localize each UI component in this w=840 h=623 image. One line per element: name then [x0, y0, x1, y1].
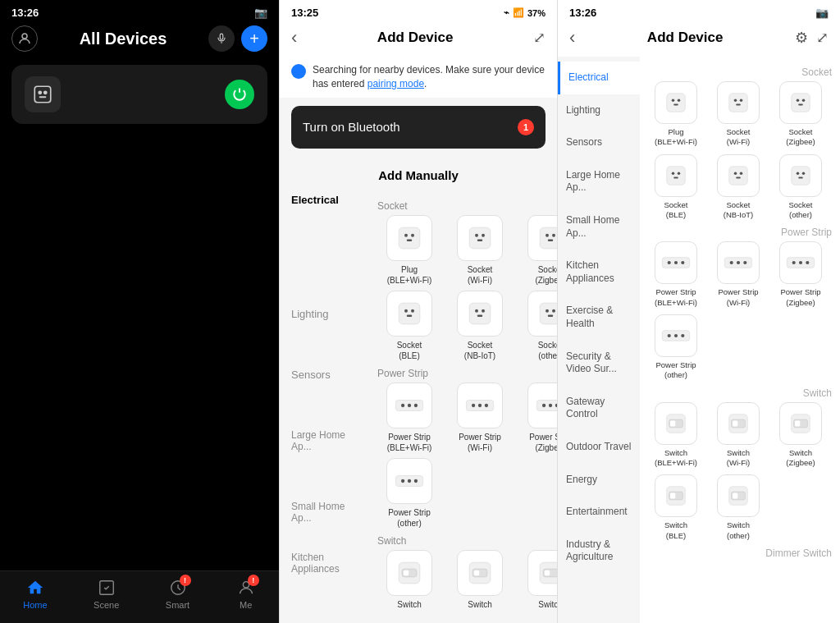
plug-ble-wifi[interactable]: Plug(BLE+Wi-Fi) [377, 215, 441, 286]
bluetooth-badge: 1 [518, 119, 534, 135]
svg-point-5 [44, 91, 47, 94]
search-info: Searching for nearby devices. Make sure … [280, 57, 557, 98]
switch-wifi-p2[interactable]: Switch [448, 550, 512, 610]
svg-rect-113 [733, 493, 737, 499]
svg-point-49 [414, 479, 418, 482]
svg-point-72 [672, 172, 675, 175]
nav-me[interactable]: ! Me [236, 578, 256, 610]
svg-point-44 [549, 403, 552, 406]
mic-button[interactable] [208, 25, 235, 52]
svg-rect-107 [795, 420, 800, 426]
power-button[interactable] [225, 80, 254, 109]
add-device-title-3: Add Device [647, 30, 724, 46]
avatar[interactable] [11, 25, 38, 52]
socket-zigbee[interactable]: Socket(Zigbee) [518, 215, 557, 286]
status-icons-2: ⌁ 📶 37% [504, 7, 546, 18]
sidebar-small-home[interactable]: Small Home Ap... [558, 204, 640, 250]
strip-ble-wifi[interactable]: Power Strip(BLE+Wi-Fi) [377, 383, 441, 453]
battery-status: 37% [527, 8, 546, 18]
nav-home[interactable]: Home [23, 578, 47, 610]
sidebar-sensors[interactable]: Sensors [558, 126, 640, 159]
back-button-3[interactable]: ‹ [569, 27, 575, 48]
nav-me-label: Me [240, 600, 252, 610]
svg-point-16 [482, 233, 485, 236]
switch-section-label: Switch [648, 387, 832, 399]
socket-wifi[interactable]: Socket(Wi-Fi) [448, 215, 512, 286]
bluetooth-status-icon: ⌁ [504, 7, 509, 18]
svg-point-12 [411, 233, 414, 236]
expand-icon-3[interactable]: ⤢ [816, 29, 829, 47]
status-bar-3: 13:26 📷 [558, 0, 840, 22]
socket-other[interactable]: Socket(other) [518, 291, 557, 361]
switch-zigbee-p2[interactable]: Switch [518, 550, 557, 610]
strip-zigbee[interactable]: Power Strip(Zigbee) [518, 383, 557, 453]
back-button-2[interactable]: ‹ [291, 27, 297, 48]
sidebar-outdoor[interactable]: Outdoor Travel [558, 431, 640, 464]
svg-point-92 [792, 261, 796, 264]
cat-strip-zigbee[interactable]: Power Strip(Zigbee) [773, 241, 829, 308]
cat-switch-other[interactable]: Switch(other) [710, 474, 766, 541]
cat-switch-ble-wifi[interactable]: Switch(BLE+Wi-Fi) [648, 402, 704, 469]
svg-point-98 [681, 334, 684, 337]
sidebar-security[interactable]: Security & Video Sur... [558, 341, 640, 386]
cat-socket-nbiot[interactable]: Socket(NB-IoT) [710, 154, 766, 221]
bluetooth-button[interactable]: Turn on Bluetooth 1 [291, 106, 546, 149]
svg-point-94 [806, 261, 809, 264]
svg-point-84 [668, 261, 671, 264]
search-description: Searching for nearby devices. Make sure … [313, 63, 546, 91]
sidebar-large-home[interactable]: Large Home Ap... [558, 159, 640, 204]
cat-switch-wifi[interactable]: Switch(Wi-Fi) [710, 402, 766, 469]
bluetooth-button-label: Turn on Bluetooth [303, 120, 400, 134]
category-content[interactable]: Socket Plug(BLE+Wi-Fi) [640, 57, 840, 623]
sidebar-exercise[interactable]: Exercise & Health [558, 295, 640, 340]
cat-socket-ble[interactable]: Socket(BLE) [648, 154, 704, 221]
socket-nbiot[interactable]: Socket(NB-IoT) [448, 291, 512, 361]
expand-icon-2[interactable]: ⤢ [533, 29, 546, 47]
sidebar-electrical[interactable]: Electrical [558, 62, 640, 94]
sidebar-energy[interactable]: Energy [558, 464, 640, 497]
cat-socket-wifi[interactable]: Socket(Wi-Fi) [710, 81, 766, 148]
switch-ble-wifi-p2[interactable]: Switch [377, 550, 441, 610]
svg-point-11 [404, 233, 408, 236]
cat-switch-ble[interactable]: Switch(BLE) [648, 474, 704, 541]
nav-smart[interactable]: ! Smart [166, 578, 189, 610]
bottom-nav: Home Scene ! Smart [0, 570, 279, 623]
svg-point-77 [740, 172, 743, 175]
nav-scene[interactable]: Scene [94, 578, 119, 610]
device-icon [25, 76, 61, 112]
cat-strip-ble-wifi[interactable]: Power Strip(BLE+Wi-Fi) [648, 241, 704, 308]
svg-point-27 [475, 309, 478, 312]
svg-point-35 [401, 403, 404, 406]
cat-plug-ble-wifi[interactable]: Plug(BLE+Wi-Fi) [648, 81, 704, 148]
svg-point-40 [478, 403, 482, 406]
svg-rect-6 [39, 96, 47, 98]
kitchen-label: Kitchen Appliances [291, 552, 361, 575]
add-device-button[interactable]: + [241, 25, 267, 52]
power-strip-sublabel: Power Strip [377, 368, 557, 379]
sidebar-lighting[interactable]: Lighting [558, 94, 640, 127]
svg-rect-18 [540, 227, 557, 249]
strip-other[interactable]: Power Strip(other) [377, 458, 441, 529]
sidebar-kitchen[interactable]: Kitchen Appliances [558, 250, 640, 295]
svg-rect-104 [733, 420, 737, 426]
nav-smart-label: Smart [166, 600, 189, 610]
pairing-mode-link[interactable]: pairing mode [368, 78, 424, 89]
sidebar-gateway[interactable]: Gateway Control [558, 386, 640, 431]
svg-point-85 [674, 261, 678, 264]
sidebar-entertainment[interactable]: Entertainment [558, 496, 640, 529]
cat-strip-other[interactable]: Power Strip(other) [648, 314, 704, 381]
settings-icon-3[interactable]: ⚙ [795, 29, 808, 47]
cat-socket-other[interactable]: Socket(other) [773, 154, 829, 221]
cat-socket-zigbee[interactable]: Socket(Zigbee) [773, 81, 829, 148]
time-1: 13:26 [11, 7, 39, 19]
add-device-scroll[interactable]: Electrical Lighting Sensors Large Home A… [280, 189, 557, 623]
cat-strip-wifi[interactable]: Power Strip(Wi-Fi) [710, 241, 766, 308]
sidebar-industry[interactable]: Industry & Agriculture [558, 529, 640, 574]
svg-rect-55 [474, 570, 479, 575]
socket-grid: Plug(BLE+Wi-Fi) Socket(Wi-Fi) [648, 81, 832, 220]
socket-ble[interactable]: Socket(BLE) [377, 291, 441, 361]
strip-wifi[interactable]: Power Strip(Wi-Fi) [448, 383, 512, 453]
svg-point-24 [411, 309, 414, 312]
device-card[interactable] [11, 65, 267, 124]
cat-switch-zigbee[interactable]: Switch(Zigbee) [773, 402, 829, 469]
